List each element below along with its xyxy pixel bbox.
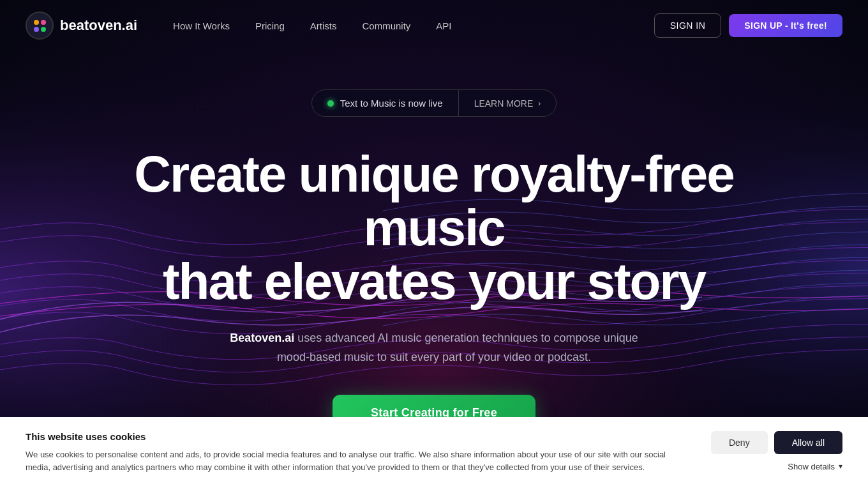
live-dot <box>327 100 334 107</box>
navbar: beatoven.ai How It Works Pricing Artists… <box>0 0 868 51</box>
live-badge-text: Text to Music is now live <box>312 90 459 116</box>
cookie-banner: This website uses cookies We use cookies… <box>0 417 868 488</box>
live-badge-label: Text to Music is now live <box>340 98 443 109</box>
learn-more-button[interactable]: LEARN MORE › <box>459 91 557 116</box>
cookie-actions: Deny Allow all Show details ▾ <box>711 431 842 471</box>
nav-link-pricing[interactable]: Pricing <box>245 15 295 36</box>
cookie-text-block: This website uses cookies We use cookies… <box>26 431 685 474</box>
logo-dot-1 <box>34 20 39 25</box>
deny-button[interactable]: Deny <box>711 431 768 454</box>
learn-more-label: LEARN MORE <box>474 98 534 109</box>
main-content: Text to Music is now live LEARN MORE › C… <box>0 51 868 431</box>
logo-dot-4 <box>41 27 46 32</box>
chevron-down-icon: ▾ <box>839 462 842 471</box>
show-details-button[interactable]: Show details ▾ <box>788 462 842 471</box>
nav-links: How It Works Pricing Artists Community A… <box>163 15 461 36</box>
nav-link-community[interactable]: Community <box>352 15 421 36</box>
hero-desc-rest: uses advanced AI music generation techni… <box>277 332 638 363</box>
logo-text: beatoven.ai <box>60 17 137 34</box>
sign-up-button[interactable]: SIGN UP - It's free! <box>729 14 842 37</box>
nav-right: SIGN IN SIGN UP - It's free! <box>654 13 842 38</box>
logo-dots <box>34 20 46 32</box>
cookie-body: We use cookies to personalise content an… <box>26 448 685 474</box>
logo-dot-2 <box>41 20 46 25</box>
hero-desc-text: Beatoven.ai uses advanced AI music gener… <box>230 332 638 363</box>
allow-button[interactable]: Allow all <box>774 431 842 454</box>
learn-more-arrow-icon: › <box>538 99 541 108</box>
sign-in-button[interactable]: SIGN IN <box>654 13 722 38</box>
hero-desc-brand: Beatoven.ai <box>230 332 294 344</box>
hero-title: Create unique royalty-free music that el… <box>83 148 785 309</box>
nav-link-api[interactable]: API <box>426 15 461 36</box>
hero-title-line2: that elevates your story <box>83 255 785 309</box>
show-details-label: Show details <box>788 462 835 471</box>
logo-dot-3 <box>34 27 39 32</box>
nav-link-how-it-works[interactable]: How It Works <box>163 15 240 36</box>
hero-title-line1: Create unique royalty-free music <box>83 148 785 255</box>
cookie-title: This website uses cookies <box>26 431 685 442</box>
nav-left: beatoven.ai How It Works Pricing Artists… <box>26 11 462 40</box>
logo[interactable]: beatoven.ai <box>26 11 137 40</box>
hero-description: Beatoven.ai uses advanced AI music gener… <box>230 329 638 367</box>
nav-link-artists[interactable]: Artists <box>300 15 347 36</box>
live-badge: Text to Music is now live LEARN MORE › <box>311 89 557 117</box>
cookie-buttons: Deny Allow all <box>711 431 842 454</box>
logo-icon <box>26 11 54 40</box>
